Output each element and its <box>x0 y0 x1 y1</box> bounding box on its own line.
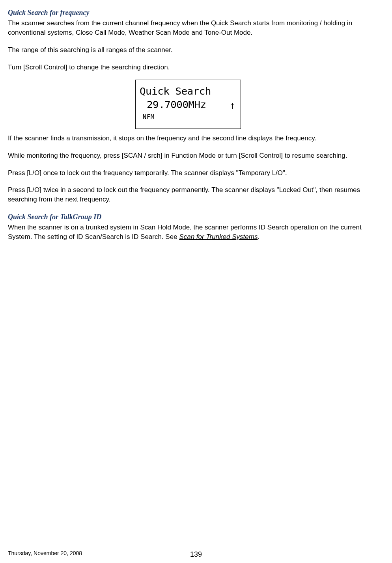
body-paragraph: If the scanner finds a transmission, it … <box>8 134 368 143</box>
lcd-line-frequency-row: 29.7000MHz ↑ <box>140 98 237 112</box>
section-heading-quick-search-talkgroup: Quick Search for TalkGroup ID <box>8 212 368 222</box>
lcd-frequency-value: 29.7000MHz <box>147 99 206 112</box>
up-arrow-icon: ↑ <box>230 98 237 112</box>
body-paragraph: The range of this searching is all range… <box>8 45 368 55</box>
body-paragraph: When the scanner is on a trunked system … <box>8 223 368 242</box>
paragraph-text: . <box>258 233 259 240</box>
section-heading-quick-search-frequency: Quick Search for frequency <box>8 8 368 18</box>
body-paragraph: Press [L/O] twice in a second to lock ou… <box>8 185 368 204</box>
lcd-display-figure: Quick Search 29.7000MHz ↑ NFM <box>135 80 241 129</box>
cross-reference-link[interactable]: Scan for Trunked Systems <box>179 233 258 240</box>
body-paragraph: Press [L/O] once to lock out the frequen… <box>8 168 368 178</box>
lcd-line-title: Quick Search <box>140 86 245 98</box>
body-paragraph: The scanner searches from the current ch… <box>8 19 368 37</box>
lcd-line-mode: NFM <box>140 113 237 121</box>
body-paragraph: Turn [Scroll Control] to change the sear… <box>8 63 368 72</box>
body-paragraph: While monitoring the frequency, press [S… <box>8 151 368 160</box>
